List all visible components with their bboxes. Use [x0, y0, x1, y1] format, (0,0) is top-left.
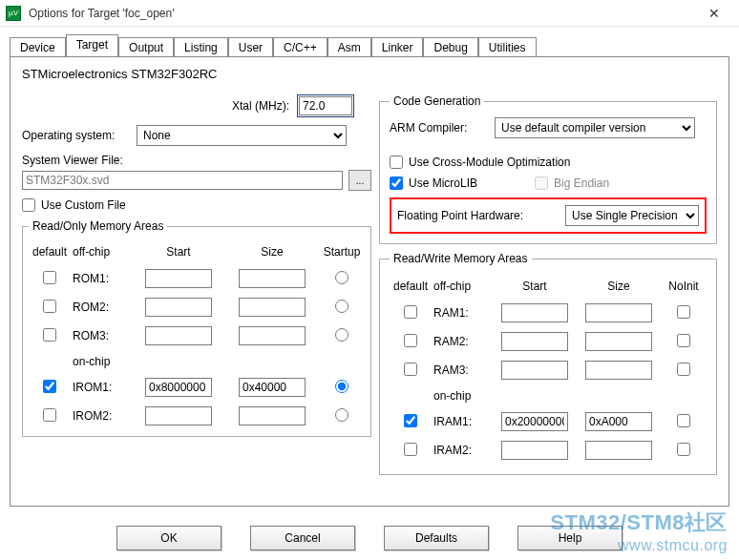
table-row: RAM1:: [390, 299, 707, 327]
irom2-size-input[interactable]: [239, 406, 306, 425]
sv-label: System Viewer File:: [22, 154, 123, 167]
iram1-size-input[interactable]: [585, 412, 652, 431]
table-row: ROM2:: [29, 293, 365, 321]
tab-linker[interactable]: Linker: [371, 37, 424, 57]
tab-output[interactable]: Output: [118, 37, 174, 57]
iram2-start-input[interactable]: [501, 441, 568, 460]
rom1-default-checkbox[interactable]: [43, 271, 56, 284]
cancel-button[interactable]: Cancel: [250, 526, 355, 550]
rom1-startup-radio[interactable]: [335, 271, 348, 284]
readwrite-memory-table: default off-chip Start Size NoInit RAM1:: [390, 275, 707, 465]
irom1-startup-radio[interactable]: [335, 380, 348, 393]
use-custom-file-checkbox[interactable]: [22, 198, 35, 212]
rw-hdr-noinit: NoInit: [661, 275, 707, 299]
ram1-size-input[interactable]: [585, 303, 652, 322]
ram1-noinit-checkbox[interactable]: [677, 305, 690, 319]
tab-target[interactable]: Target: [66, 34, 118, 56]
use-custom-file-label[interactable]: Use Custom File: [22, 198, 126, 212]
cross-module-label[interactable]: Use Cross-Module Optimization: [390, 156, 570, 169]
close-button[interactable]: ✕: [695, 3, 733, 24]
arm-compiler-label: ARM Compiler:: [390, 121, 495, 135]
ram2-default-checkbox[interactable]: [404, 334, 417, 347]
ram2-size-input[interactable]: [585, 332, 652, 351]
irom2-start-input[interactable]: [145, 406, 212, 425]
dialog-buttons: OK Cancel Defaults Help: [0, 526, 739, 550]
irom2-startup-radio[interactable]: [335, 408, 348, 422]
table-row: RAM2:: [390, 327, 707, 356]
big-endian-text: Big Endian: [554, 176, 609, 190]
rom1-size-input[interactable]: [239, 269, 306, 288]
rw-hdr-size: Size: [577, 275, 661, 299]
irom1-default-checkbox[interactable]: [43, 380, 56, 393]
ro-hdr-offchip: off-chip: [71, 240, 132, 264]
iram2-default-checkbox[interactable]: [404, 443, 417, 456]
ram2-noinit-checkbox[interactable]: [677, 334, 690, 347]
help-button[interactable]: Help: [517, 526, 623, 550]
iram1-start-input[interactable]: [501, 412, 568, 431]
ram1-default-checkbox[interactable]: [404, 305, 417, 319]
rom1-start-input[interactable]: [145, 269, 212, 288]
tab-cpp[interactable]: C/C++: [273, 37, 327, 57]
xtal-input-wrap: [297, 94, 354, 117]
tab-asm[interactable]: Asm: [327, 37, 371, 57]
iram2-noinit-checkbox[interactable]: [677, 443, 690, 456]
readonly-memory-group: Read/Only Memory Areas default off-chip …: [22, 219, 371, 437]
ram3-size-input[interactable]: [585, 361, 652, 380]
rw-hdr-offchip: off-chip: [432, 275, 493, 299]
use-custom-file-text: Use Custom File: [41, 198, 126, 212]
defaults-button[interactable]: Defaults: [384, 526, 489, 550]
readonly-memory-legend: Read/Only Memory Areas: [29, 219, 167, 233]
rom2-start-input[interactable]: [145, 298, 212, 317]
rom3-startup-radio[interactable]: [335, 328, 348, 342]
iram2-label: IRAM2:: [432, 436, 493, 465]
fp-hardware-label: Floating Point Hardware:: [397, 209, 556, 222]
tab-utilities[interactable]: Utilities: [478, 37, 537, 57]
rom2-default-checkbox[interactable]: [43, 300, 56, 313]
use-microlib-checkbox[interactable]: [390, 176, 403, 190]
ram1-start-input[interactable]: [501, 303, 568, 322]
rom3-default-checkbox[interactable]: [43, 328, 56, 342]
rom2-label: ROM2:: [71, 293, 132, 321]
iram2-size-input[interactable]: [585, 441, 652, 460]
ram3-noinit-checkbox[interactable]: [677, 363, 690, 376]
irom1-size-input[interactable]: [239, 378, 306, 397]
xtal-input[interactable]: [299, 96, 352, 115]
table-row: IRAM2:: [390, 436, 707, 465]
title-bar: µV Options for Target 'foc_open' ✕: [0, 0, 739, 27]
irom2-default-checkbox[interactable]: [43, 408, 56, 422]
ram3-default-checkbox[interactable]: [404, 363, 417, 376]
fp-hardware-highlight: Floating Point Hardware: Use Single Prec…: [390, 197, 707, 234]
rom3-size-input[interactable]: [239, 326, 306, 345]
table-row: IRAM1:: [390, 407, 707, 436]
fp-hardware-select[interactable]: Use Single Precision: [565, 205, 699, 226]
ram2-start-input[interactable]: [501, 332, 568, 351]
ok-button[interactable]: OK: [116, 526, 222, 550]
sv-browse-button[interactable]: ...: [348, 170, 371, 191]
iram1-noinit-checkbox[interactable]: [677, 414, 690, 427]
tab-device[interactable]: Device: [10, 37, 66, 57]
irom1-start-input[interactable]: [145, 378, 212, 397]
ram3-label: RAM3:: [432, 356, 493, 384]
ram3-start-input[interactable]: [501, 361, 568, 380]
sv-file-input[interactable]: [22, 171, 343, 190]
tab-debug[interactable]: Debug: [423, 37, 477, 57]
tab-user[interactable]: User: [228, 37, 273, 57]
rom2-startup-radio[interactable]: [335, 300, 348, 313]
rom2-size-input[interactable]: [239, 298, 306, 317]
arm-compiler-select[interactable]: Use default compiler version: [495, 117, 695, 138]
use-microlib-label[interactable]: Use MicroLIB: [390, 176, 477, 190]
table-row: ROM3:: [29, 321, 365, 350]
iram1-default-checkbox[interactable]: [404, 414, 417, 427]
ro-onchip-label: on-chip: [71, 350, 132, 373]
cross-module-checkbox[interactable]: [390, 156, 403, 169]
rom3-start-input[interactable]: [145, 326, 212, 345]
ram2-label: RAM2:: [432, 327, 493, 356]
tab-listing[interactable]: Listing: [174, 37, 228, 57]
readwrite-memory-legend: Read/Write Memory Areas: [390, 252, 532, 265]
rom1-label: ROM1:: [71, 264, 132, 293]
ro-hdr-start: Start: [132, 240, 225, 264]
table-row: RAM3:: [390, 356, 707, 384]
codegen-group: Code Generation ARM Compiler: Use defaul…: [379, 94, 717, 244]
os-select[interactable]: None: [137, 125, 347, 146]
mcu-name-label: STMicroelectronics STM32F302RC: [22, 67, 717, 81]
